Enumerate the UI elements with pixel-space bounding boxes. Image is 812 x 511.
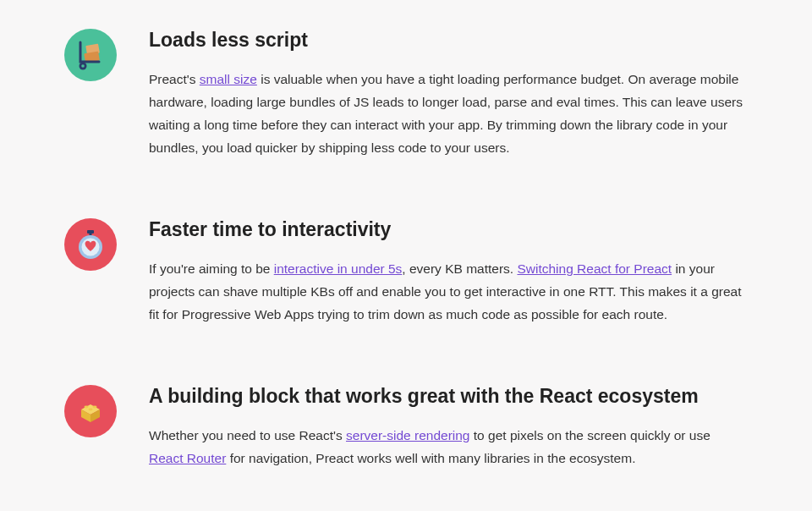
feature-description: Whether you need to use React's server-s… <box>149 424 748 470</box>
svg-point-8 <box>85 406 89 409</box>
features-list: Loads less script Preact's small size is… <box>0 0 812 503</box>
link-switching-react-preact[interactable]: Switching React for Preact <box>517 261 672 276</box>
feature-content: Loads less script Preact's small size is… <box>149 29 748 159</box>
feature-description: Preact's small size is valuable when you… <box>149 68 748 160</box>
text-fragment: Preact's <box>149 72 200 86</box>
feature-heading: A building block that works great with t… <box>149 385 748 409</box>
feature-heading: Loads less script <box>149 29 748 52</box>
building-block-icon <box>64 385 117 437</box>
svg-rect-5 <box>90 233 92 235</box>
feature-faster-interactivity: Faster time to interactivity If you're a… <box>64 218 748 326</box>
text-fragment: for navigation, Preact works well with m… <box>226 451 635 465</box>
feature-react-ecosystem: A building block that works great with t… <box>64 385 748 470</box>
svg-point-10 <box>89 409 93 411</box>
svg-point-3 <box>81 64 85 68</box>
feature-content: Faster time to interactivity If you're a… <box>149 218 748 326</box>
svg-point-9 <box>93 406 97 409</box>
stopwatch-heart-icon <box>64 218 117 271</box>
feature-content: A building block that works great with t… <box>149 385 748 470</box>
feature-loads-less-script: Loads less script Preact's small size is… <box>64 29 748 159</box>
link-server-side-rendering[interactable]: server-side rendering <box>346 428 469 442</box>
link-react-router[interactable]: React Router <box>149 451 226 465</box>
text-fragment: , every KB matters. <box>402 261 517 276</box>
feature-heading: Faster time to interactivity <box>149 218 748 242</box>
link-small-size[interactable]: small size <box>200 72 257 86</box>
link-interactive-under-5s[interactable]: interactive in under 5s <box>274 261 403 276</box>
text-fragment: If you're aiming to be <box>149 261 274 276</box>
text-fragment: Whether you need to use React's <box>149 428 346 442</box>
feature-description: If you're aiming to be interactive in un… <box>149 257 748 326</box>
text-fragment: to get pixels on the screen quickly or u… <box>469 428 710 442</box>
hand-truck-icon <box>64 29 117 81</box>
